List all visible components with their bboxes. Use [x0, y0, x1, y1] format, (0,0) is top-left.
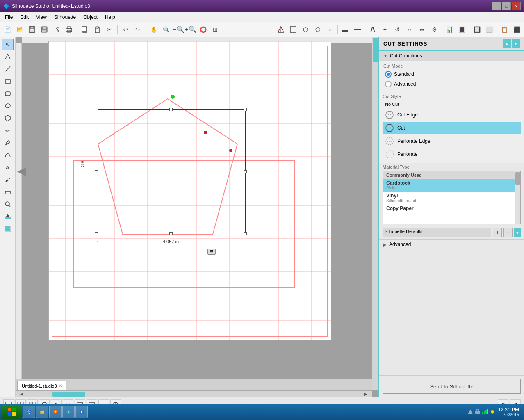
menu-file[interactable]: File [2, 14, 16, 21]
menu-help[interactable]: Help [102, 14, 118, 21]
tool-r8[interactable]: ✦ [379, 24, 391, 35]
radio-standard-row[interactable]: Standard [383, 70, 520, 78]
tool-ellipse[interactable] [2, 100, 14, 112]
nav-arrow-left[interactable]: ◀ [17, 164, 26, 178]
print-button[interactable]: 🖨 [51, 24, 62, 35]
zoom-out[interactable]: −🔍 [173, 24, 184, 35]
tool-r10[interactable]: ↔ [404, 24, 415, 35]
vertical-scrollbar[interactable] [372, 37, 378, 390]
radio-advanced[interactable] [385, 81, 392, 87]
handle-tl[interactable] [95, 108, 98, 111]
tool-r2[interactable] [287, 24, 299, 35]
tool-r14[interactable]: 🔳 [456, 24, 467, 35]
tool-r5[interactable]: ○ [324, 24, 336, 35]
redo-button[interactable]: ↪ [132, 24, 144, 35]
menu-view[interactable]: View [33, 14, 50, 21]
defaults-scroll-btn[interactable]: ▼ [514, 228, 521, 237]
paste-button[interactable] [91, 24, 103, 35]
zoom-in[interactable]: +🔍 [185, 24, 196, 35]
tab-close-btn[interactable]: ✕ [59, 383, 62, 388]
tool-r13[interactable]: 📊 [444, 24, 455, 35]
menu-silhouette[interactable]: Silhouette [51, 14, 79, 21]
tool-r11[interactable]: ⇔ [416, 24, 428, 35]
tool-polygon[interactable] [2, 112, 14, 124]
defaults-add-btn[interactable]: + [493, 228, 502, 237]
rotate-handle[interactable] [171, 95, 175, 99]
tool-r15[interactable]: 🔲 [471, 24, 483, 35]
scroll-left-btn[interactable]: ◀ [16, 392, 28, 396]
tool-pen[interactable] [2, 137, 14, 148]
cut-style-cut[interactable]: Cut [383, 122, 521, 134]
save-outlined[interactable] [26, 24, 38, 35]
grid-button[interactable]: ⊞ [210, 24, 221, 35]
defaults-select[interactable]: Silhouette Defaults [383, 228, 491, 237]
paper-canvas[interactable]: ← 4.057 in → | | 3.9 ⛓ [48, 41, 331, 340]
title-bar-controls[interactable]: — □ ✕ [492, 2, 521, 10]
hand-button[interactable]: ✋ [148, 24, 159, 35]
material-scrollbar[interactable] [515, 171, 520, 224]
tool-eyedropper[interactable] [2, 223, 14, 235]
tool-r18[interactable]: ⬛ [511, 24, 522, 35]
tool-paint[interactable]: 🖌 [2, 174, 14, 185]
handle-br[interactable] [244, 232, 247, 235]
tool-r12[interactable]: ⚙ [428, 24, 440, 35]
cut-style-perforate-edge[interactable]: Perforate Edge [383, 135, 521, 147]
tool-r7[interactable]: ━━ [352, 24, 363, 35]
lasso-button[interactable]: ⭕ [197, 24, 209, 35]
scroll-thumb-h[interactable] [52, 392, 85, 397]
tool-freehand[interactable]: ✏ [2, 125, 14, 136]
save-button[interactable] [39, 24, 50, 35]
handle-tr[interactable] [244, 108, 247, 111]
tool-r3[interactable]: ⬡ [300, 24, 311, 35]
tool-r4[interactable]: ⬠ [312, 24, 324, 35]
handle-ml[interactable] [95, 170, 98, 173]
tool-rounded-rect[interactable] [2, 88, 14, 99]
taskbar-media[interactable] [49, 406, 62, 418]
open-button[interactable]: 📂 [14, 24, 25, 35]
tool-r9[interactable]: ↺ [392, 24, 403, 35]
cut-style-no-cut[interactable]: No Cut [383, 100, 521, 108]
defaults-remove-btn[interactable]: − [503, 228, 513, 237]
horizontal-scrollbar[interactable]: ◀ ▶ [16, 390, 372, 397]
tool-r6[interactable]: ▬ [339, 24, 351, 35]
taskbar-silhouette-app[interactable]: S [62, 406, 75, 418]
tool-fill[interactable] [2, 211, 14, 222]
taskbar-ie[interactable] [23, 406, 35, 418]
menu-edit[interactable]: Edit [17, 14, 32, 21]
material-item-copypaper[interactable]: Copy Paper [383, 204, 520, 212]
taskbar-current-app[interactable] [75, 406, 88, 418]
handle-mr[interactable] [244, 170, 247, 173]
undo-button[interactable]: ↩ [120, 24, 131, 35]
maximize-button[interactable]: □ [502, 2, 511, 10]
node-handle-2[interactable] [229, 149, 232, 152]
tool-rect[interactable] [2, 75, 14, 87]
tool-node-edit[interactable] [2, 51, 14, 62]
tool-r16[interactable]: ⬜ [483, 24, 495, 35]
new-button[interactable]: 📄 [2, 24, 13, 35]
panel-down-btn[interactable]: ▼ [512, 39, 520, 48]
link-icon[interactable]: ⛓ [207, 249, 216, 255]
taskbar-explorer[interactable] [36, 406, 48, 418]
handle-bc[interactable] [169, 232, 173, 235]
cut-style-perforate[interactable]: Perforate [383, 148, 521, 160]
text-tool[interactable]: A [367, 24, 378, 35]
tool-line[interactable] [2, 63, 14, 75]
send-to-silhouette-button[interactable]: Send to Silhouette [383, 379, 521, 394]
handle-tc[interactable] [169, 108, 173, 111]
copy-button[interactable] [79, 24, 91, 35]
tab-untitled[interactable]: Untitled-1.studio3 ✕ [17, 381, 66, 390]
tool-erase[interactable] [2, 186, 14, 198]
handle-bl[interactable] [95, 232, 98, 235]
cut-conditions-header[interactable]: ▼ Cut Conditions [379, 51, 524, 61]
zoom-fit[interactable]: 🔍 [160, 24, 172, 35]
tool-r1[interactable] [275, 24, 287, 35]
node-handle-1[interactable] [204, 131, 207, 134]
start-button[interactable] [2, 405, 22, 419]
material-item-vinyl[interactable]: Vinyl Silhouette brand [383, 192, 520, 204]
print2-button[interactable] [63, 24, 75, 35]
panel-up-btn[interactable]: ▲ [503, 39, 511, 48]
radio-standard[interactable] [385, 71, 392, 78]
tool-r17[interactable]: 📋 [499, 24, 510, 35]
material-item-cardstock[interactable]: Cardstock Plain [383, 179, 520, 192]
tool-zoom[interactable] [2, 199, 14, 210]
